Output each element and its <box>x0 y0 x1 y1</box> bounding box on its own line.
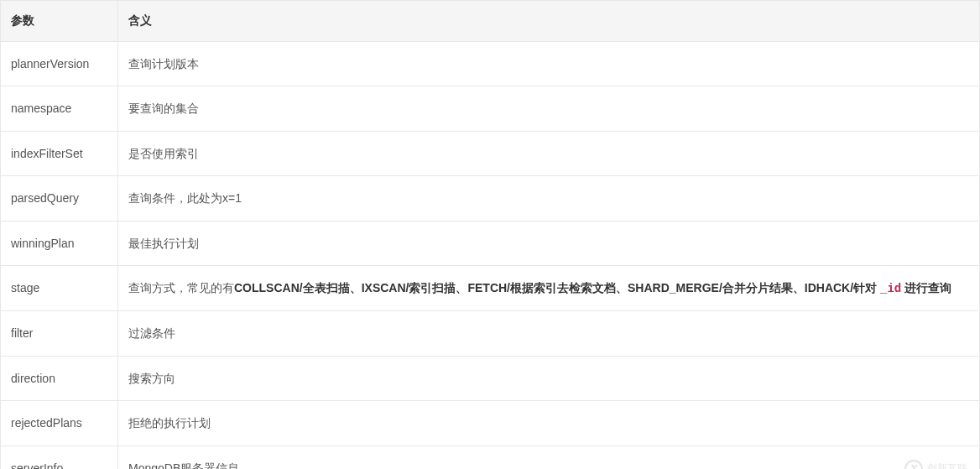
param-cell: direction <box>1 356 118 400</box>
meaning-cell-stage: 查询方式，常见的有COLLSCAN/全表扫描、IXSCAN/索引扫描、FETCH… <box>118 265 980 310</box>
meaning-cell: 过滤条件 <box>118 311 980 356</box>
param-cell: parsedQuery <box>1 176 118 221</box>
table-row: plannerVersion 查询计划版本 <box>1 42 980 86</box>
param-cell: winningPlan <box>1 221 118 265</box>
table-row: winningPlan 最佳执行计划 <box>1 221 980 265</box>
params-table: 参数 含义 plannerVersion 查询计划版本 namespace 要查… <box>0 0 980 469</box>
param-cell: rejectedPlans <box>1 401 118 446</box>
param-cell: plannerVersion <box>1 42 118 86</box>
table-row: direction 搜索方向 <box>1 356 980 400</box>
stage-code: _id <box>880 282 901 295</box>
param-cell: namespace <box>1 86 118 131</box>
table-row: namespace 要查询的集合 <box>1 86 980 131</box>
table-header-row: 参数 含义 <box>1 1 980 42</box>
table-row: parsedQuery 查询条件，此处为x=1 <box>1 176 980 221</box>
meaning-cell: 搜索方向 <box>118 356 980 400</box>
stage-bold1: COLLSCAN/全表扫描、IXSCAN/索引扫描、FETCH/根据索引去检索文… <box>234 281 880 294</box>
meaning-cell: 拒绝的执行计划 <box>118 401 980 446</box>
header-param: 参数 <box>1 1 118 42</box>
table-row: indexFilterSet 是否使用索引 <box>1 131 980 175</box>
param-cell: stage <box>1 265 118 310</box>
param-cell: serverInfo <box>1 446 118 469</box>
param-cell: filter <box>1 311 118 356</box>
table-row: serverInfo MongoDB服务器信息 <box>1 446 980 469</box>
meaning-cell: 查询计划版本 <box>118 42 980 86</box>
stage-prefix: 查询方式，常见的有 <box>128 281 234 294</box>
header-meaning: 含义 <box>118 1 980 42</box>
meaning-cell: 要查询的集合 <box>118 86 980 131</box>
table-row: stage 查询方式，常见的有COLLSCAN/全表扫描、IXSCAN/索引扫描… <box>1 265 980 310</box>
meaning-cell: 是否使用索引 <box>118 131 980 175</box>
param-cell: indexFilterSet <box>1 131 118 175</box>
meaning-cell: MongoDB服务器信息 <box>118 446 980 469</box>
stage-bold2: 进行查询 <box>901 281 951 294</box>
meaning-cell: 查询条件，此处为x=1 <box>118 176 980 221</box>
meaning-cell: 最佳执行计划 <box>118 221 980 265</box>
table-row: rejectedPlans 拒绝的执行计划 <box>1 401 980 446</box>
table-row: filter 过滤条件 <box>1 311 980 356</box>
